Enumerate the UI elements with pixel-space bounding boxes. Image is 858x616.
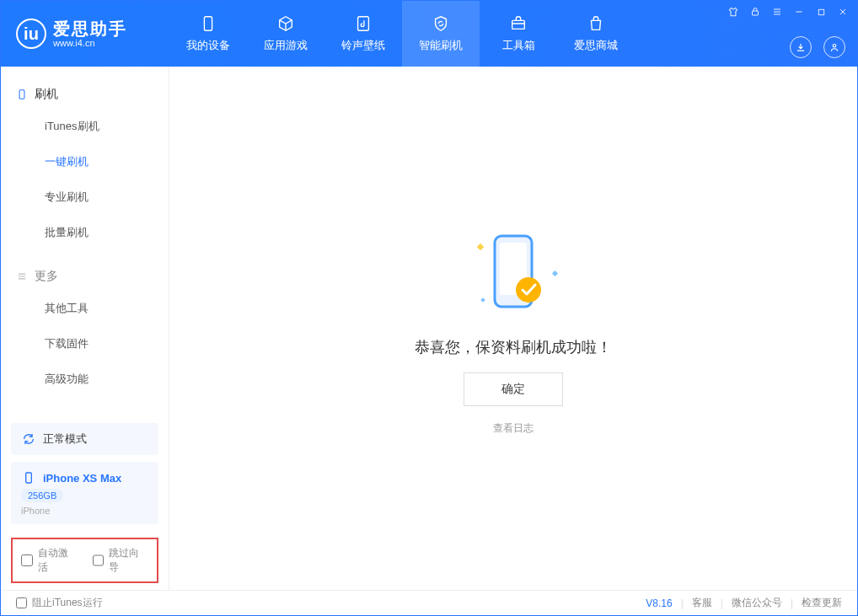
sidebar-scroll: 刷机 iTunes刷机 一键刷机 专业刷机 批量刷机 更多 其他工具 下载固件 … [1,67,169,423]
user-button[interactable] [823,36,845,58]
svg-rect-1 [358,17,369,31]
tab-my-device[interactable]: 我的设备 [169,1,247,67]
skip-guide-checkbox[interactable]: 跳过向导 [93,546,149,575]
nav-tabs: 我的设备 应用游戏 铃声壁纸 智能刷机 工具箱 爱思商城 [169,1,635,67]
app-logo-icon: iu [16,19,46,49]
music-file-icon [354,14,373,33]
app-subtitle: www.i4.cn [53,38,127,48]
tab-label: 智能刷机 [419,38,463,53]
svg-rect-0 [204,17,212,31]
svg-rect-7 [26,473,32,483]
svg-rect-4 [818,9,823,14]
bag-icon [587,14,605,33]
toolbox-icon [509,14,528,33]
lock-icon[interactable] [749,6,761,18]
app-window: iu 爱思助手 www.i4.cn 我的设备 应用游戏 铃声壁纸 智能刷机 [0,0,858,616]
sidebar-item-itunes-flash[interactable]: iTunes刷机 [1,109,169,144]
header: iu 爱思助手 www.i4.cn 我的设备 应用游戏 铃声壁纸 智能刷机 [1,1,857,67]
sidebar-item-oneclick-flash[interactable]: 一键刷机 [1,144,169,179]
device-mode-label: 正常模式 [43,431,87,447]
auto-activate-input[interactable] [21,554,33,566]
group-label: 更多 [35,269,58,284]
options-row-highlighted: 自动激活 跳过向导 [11,538,158,583]
svg-rect-6 [19,90,24,99]
window-controls-top [727,6,849,18]
device-storage-badge: 256GB [21,489,63,502]
list-icon [16,271,28,282]
footer-right: V8.16 | 客服 | 微信公众号 | 检查更新 [646,596,842,610]
tab-label: 爱思商城 [574,38,618,53]
svg-rect-2 [512,20,525,29]
support-link[interactable]: 客服 [692,596,712,610]
close-button[interactable] [837,6,849,18]
ok-button[interactable]: 确定 [464,372,563,406]
group-label: 刷机 [35,87,58,102]
footer: 阻止iTunes运行 V8.16 | 客服 | 微信公众号 | 检查更新 [1,590,857,615]
success-illustration [463,221,564,322]
tab-label: 工具箱 [502,38,535,53]
device-mode-box[interactable]: 正常模式 [11,423,158,455]
cube-icon [276,14,295,33]
logo-text: 爱思助手 www.i4.cn [53,19,127,48]
device-panel: 正常模式 iPhone XS Max 256GB iPhone [1,423,169,538]
tab-store[interactable]: 爱思商城 [557,1,635,67]
refresh-icon [21,431,36,447]
download-button[interactable] [790,36,812,58]
sidebar-item-other-tools[interactable]: 其他工具 [1,291,169,326]
check-update-link[interactable]: 检查更新 [802,596,842,610]
footer-left: 阻止iTunes运行 [16,596,103,610]
separator: | [681,597,684,609]
version-label: V8.16 [646,597,672,609]
svg-rect-3 [753,11,759,15]
sidebar-group-flash: 刷机 [1,80,169,109]
minimize-button[interactable] [793,6,805,18]
wechat-link[interactable]: 微信公众号 [732,596,782,610]
svg-point-5 [833,45,836,48]
skip-guide-label: 跳过向导 [109,546,148,575]
shield-refresh-icon [432,14,450,33]
tab-ringtones-wallpapers[interactable]: 铃声壁纸 [324,1,402,67]
block-itunes-label: 阻止iTunes运行 [32,596,103,610]
maximize-button[interactable] [815,6,827,18]
body: 刷机 iTunes刷机 一键刷机 专业刷机 批量刷机 更多 其他工具 下载固件 … [1,67,857,590]
sidebar-item-advanced[interactable]: 高级功能 [1,362,169,397]
tab-smart-flash[interactable]: 智能刷机 [402,1,480,67]
svg-point-10 [516,277,541,303]
tab-apps-games[interactable]: 应用游戏 [247,1,324,67]
device-type: iPhone [21,506,50,516]
tab-label: 铃声壁纸 [341,38,385,53]
sidebar-group-more: 更多 [1,262,169,291]
auto-activate-label: 自动激活 [38,546,78,575]
shirt-icon[interactable] [727,6,739,18]
tab-label: 应用游戏 [264,38,308,53]
menu-icon[interactable] [771,6,783,18]
block-itunes-checkbox[interactable] [16,597,27,608]
device-name: iPhone XS Max [43,472,121,485]
phone-small-icon [21,470,36,485]
separator: | [791,597,793,609]
device-icon [16,88,28,100]
sidebar: 刷机 iTunes刷机 一键刷机 专业刷机 批量刷机 更多 其他工具 下载固件 … [1,67,169,590]
view-log-link[interactable]: 查看日志 [493,421,534,436]
tab-label: 我的设备 [186,38,230,53]
sidebar-item-download-firmware[interactable]: 下载固件 [1,326,169,362]
logo-area: iu 爱思助手 www.i4.cn [1,1,169,67]
tab-toolbox[interactable]: 工具箱 [480,1,557,67]
sidebar-item-pro-flash[interactable]: 专业刷机 [1,179,169,215]
skip-guide-input[interactable] [93,554,105,566]
success-message: 恭喜您，保资料刷机成功啦！ [415,337,612,357]
app-title: 爱思助手 [53,19,127,38]
auto-activate-checkbox[interactable]: 自动激活 [21,546,78,575]
sidebar-item-batch-flash[interactable]: 批量刷机 [1,215,169,250]
separator: | [721,597,723,609]
device-info-box[interactable]: iPhone XS Max 256GB iPhone [11,462,158,524]
header-right-icons [790,36,845,58]
phone-icon [199,14,217,33]
main-content: 恭喜您，保资料刷机成功啦！ 确定 查看日志 [169,67,857,590]
